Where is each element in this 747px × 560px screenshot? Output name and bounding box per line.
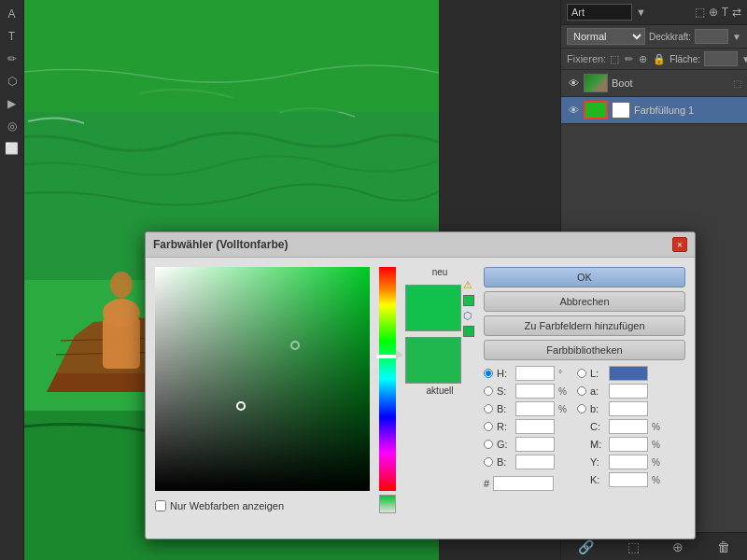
ok-button[interactable]: OK (484, 267, 685, 287)
color-fields-container: H: 140 ° S: 91 % B: 76 (484, 366, 685, 491)
m-field-row: M: 0 % (577, 437, 663, 452)
blend-mode-select[interactable]: Normal (567, 28, 645, 45)
y-input[interactable]: 99 (609, 455, 648, 469)
panel-bottom-icon-4[interactable]: 🗑 (717, 539, 730, 554)
cancel-button[interactable]: Abbrechen (484, 291, 685, 312)
hue-slider[interactable] (379, 267, 396, 491)
h-radio[interactable] (484, 369, 493, 378)
k-input[interactable]: 0 (609, 472, 648, 487)
g-radio[interactable] (484, 440, 493, 449)
c-input[interactable]: 95 (609, 419, 648, 434)
g-input[interactable]: 193 (515, 437, 555, 452)
b2-input[interactable]: 76 (515, 455, 555, 469)
web-safe-icon[interactable]: ⬡ (463, 310, 474, 322)
spectrum-cursor-1 (236, 401, 246, 411)
m-unit: % (652, 440, 663, 450)
a-radio[interactable] (577, 386, 586, 396)
eye-icon-boot[interactable]: 👁 (567, 77, 580, 90)
panel-bottom-icon-2[interactable]: ⬚ (627, 539, 640, 554)
new-color-swatch[interactable] (405, 285, 461, 331)
panel-icon-2[interactable]: ⊕ (709, 6, 718, 19)
spectrum-gradient (155, 267, 370, 491)
fill-dropdown-arrow[interactable]: ▼ (741, 54, 747, 64)
panel-search: ▼ (567, 4, 646, 21)
alpha-slider[interactable] (379, 495, 396, 513)
webcolors-checkbox[interactable] (155, 500, 166, 511)
h-input[interactable]: 140 (515, 366, 555, 381)
tool-brush[interactable]: ✏ (2, 49, 22, 69)
gamut-warning-icon[interactable]: ⚠ (463, 279, 474, 291)
b3-radio[interactable] (577, 404, 586, 413)
add-swatches-button[interactable]: Zu Farbfeldern hinzufügen (484, 315, 685, 336)
hex-input[interactable]: 12c14c (493, 476, 554, 491)
g-field-row: G: 193 (484, 437, 570, 452)
s-label: S: (497, 385, 512, 397)
panel-icon-4[interactable]: ⇄ (732, 6, 741, 19)
y-label: Y: (590, 456, 605, 468)
m-input[interactable]: 0 (609, 437, 648, 452)
tool-arrow[interactable]: A (2, 4, 22, 24)
layer-name-fill: Farbfüllung 1 (634, 105, 741, 116)
lock-icon-3[interactable]: ⊕ (639, 53, 647, 65)
opacity-dropdown-arrow[interactable]: ▼ (732, 32, 741, 42)
libraries-button[interactable]: Farbbibliotheken (484, 340, 685, 360)
panel-bottom-icon-3[interactable]: ⊕ (672, 539, 684, 554)
search-input[interactable] (567, 4, 632, 21)
b3-input[interactable]: 47 (609, 401, 648, 416)
s-input[interactable]: 91 (515, 384, 555, 399)
lock-icon-4[interactable]: 🔒 (653, 53, 666, 65)
b2-radio[interactable] (484, 457, 493, 467)
layer-thumb-boot (584, 74, 608, 92)
tool-target[interactable]: ◎ (2, 116, 22, 136)
b2-field-row: B: 76 (484, 455, 570, 469)
c-field-row: C: 95 % (577, 419, 663, 434)
tool-shape[interactable]: ⬡ (2, 71, 22, 91)
search-dropdown[interactable]: ▼ (636, 7, 646, 18)
l-radio[interactable] (577, 369, 586, 378)
s-radio[interactable] (484, 386, 493, 396)
web-safe-swatch[interactable] (463, 326, 474, 337)
gamut-color-swatch[interactable] (463, 295, 474, 306)
webcolors-row: Nur Webfarben anzeigen (155, 500, 370, 511)
a-input[interactable]: -98 (609, 384, 648, 399)
dialog-title: Farbwähler (Volltonfarbe) (153, 238, 288, 251)
current-color-label: aktuell (405, 385, 474, 396)
tool-text[interactable]: T (2, 26, 22, 47)
b-field-row: B: 76 % (484, 401, 570, 416)
color-preview-area: neu ⚠ ⬡ aktuell (405, 267, 474, 526)
r-radio[interactable] (484, 422, 493, 431)
r-input[interactable]: 18 (515, 419, 555, 434)
layer-fill[interactable]: 👁 Farbfüllung 1 (561, 97, 747, 124)
dialog-titlebar: Farbwähler (Volltonfarbe) × (146, 232, 695, 258)
panel-icon-1[interactable]: ⬚ (695, 6, 705, 19)
r-label: R: (497, 421, 512, 432)
eye-icon-fill[interactable]: 👁 (567, 104, 580, 117)
current-color-swatch[interactable] (405, 337, 461, 384)
b3-field-row: b: 47 (577, 401, 663, 416)
dialog-right: OK Abbrechen Zu Farbfeldern hinzufügen F… (484, 267, 685, 526)
dialog-close-button[interactable]: × (672, 237, 687, 252)
m-label: M: (590, 439, 605, 450)
lock-icon-2[interactable]: ✏ (625, 53, 633, 65)
lock-icons: ⬚ ✏ ⊕ 🔒 (610, 53, 666, 65)
opacity-input[interactable]: 100% (695, 29, 728, 44)
lock-icon-1[interactable]: ⬚ (610, 53, 619, 65)
c-label: C: (590, 421, 605, 432)
color-spectrum-box[interactable] (155, 267, 370, 491)
l-input[interactable]: 65 (609, 366, 648, 381)
layer-boot[interactable]: 👁 Boot ⬚ (561, 70, 747, 97)
b-radio[interactable] (484, 404, 493, 413)
webcolors-label[interactable]: Nur Webfarben anzeigen (170, 500, 284, 511)
panel-icon-3[interactable]: T (722, 6, 728, 19)
b-input[interactable]: 76 (515, 401, 555, 416)
fill-input[interactable]: 100% (704, 51, 738, 66)
tool-play[interactable]: ▶ (2, 93, 22, 114)
color-preview-wrapper: neu ⚠ ⬡ aktuell (405, 267, 474, 396)
panel-bottom-icon-1[interactable]: 🔗 (578, 539, 594, 554)
b3-label: b: (590, 403, 605, 414)
tool-rect[interactable]: ⬜ (2, 138, 22, 159)
h-label: H: (497, 368, 512, 379)
l-label: L: (590, 368, 605, 379)
k-label: K: (590, 474, 605, 485)
left-toolbar: A T ✏ ⬡ ▶ ◎ ⬜ (0, 0, 24, 560)
